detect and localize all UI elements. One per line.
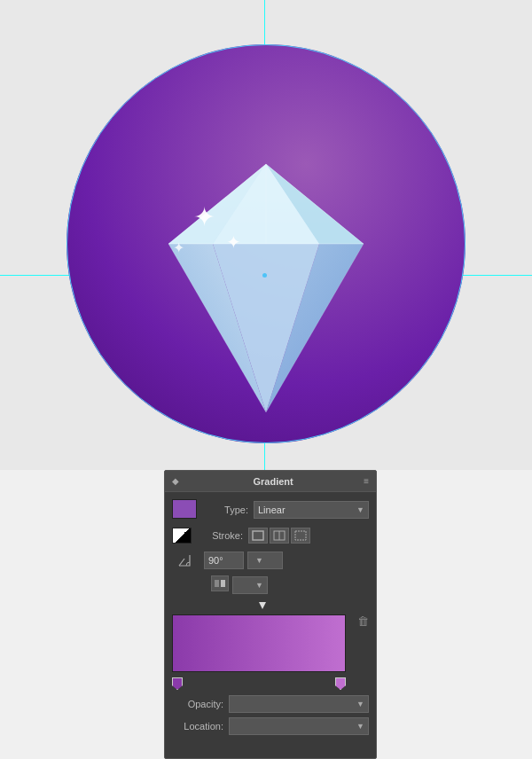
- stroke-swatch-area: [172, 528, 192, 544]
- canvas-area: ✦ ✦ ✦: [0, 0, 532, 470]
- opacity-row: Opacity: ▼: [172, 695, 369, 713]
- gradient-panel: ◆ Gradient ≡ Type: Linear ▼ Stroke:: [164, 470, 377, 759]
- panel-icons: [211, 575, 229, 591]
- type-label: Type:: [204, 505, 248, 515]
- gradient-preview-container: 🗑: [172, 614, 369, 672]
- panel-title: Gradient: [253, 476, 293, 487]
- svg-rect-13: [253, 531, 263, 540]
- angle-dropdown[interactable]: ▼: [247, 552, 283, 569]
- panel-menu-icon[interactable]: ≡: [364, 476, 369, 486]
- type-dropdown-value: Linear: [258, 505, 353, 515]
- opacity-label: Opacity:: [172, 699, 223, 709]
- stroke-label: Stroke:: [199, 530, 243, 541]
- angle-row: 90° ▼: [172, 551, 369, 570]
- reverse-icon-btn[interactable]: [211, 575, 229, 591]
- panel-header: ◆ Gradient ≡: [165, 471, 376, 492]
- angle-input[interactable]: 90°: [204, 552, 244, 569]
- stroke-buttons-group: [248, 528, 310, 544]
- stroke-button-1[interactable]: [248, 528, 268, 544]
- delete-btn[interactable]: 🗑: [357, 614, 369, 628]
- angle-icon: [177, 553, 192, 567]
- opacity-dropdown[interactable]: ▼: [229, 695, 369, 713]
- diamond-shape: ✦ ✦ ✦: [98, 146, 434, 430]
- stop-left[interactable]: [172, 677, 183, 690]
- midpoint-row: [172, 600, 369, 611]
- svg-text:✦: ✦: [193, 202, 215, 231]
- reverse-row: ▼: [172, 575, 369, 595]
- panel-collapse-icon[interactable]: ◆: [172, 476, 179, 486]
- svg-text:✦: ✦: [226, 232, 241, 252]
- type-row: Type: Linear ▼: [172, 499, 369, 520]
- svg-rect-16: [295, 531, 306, 540]
- center-point: [262, 273, 267, 278]
- location-row: Location: ▼: [172, 717, 369, 735]
- midpoint-handle[interactable]: [259, 602, 266, 609]
- type-dropdown[interactable]: Linear ▼: [254, 501, 369, 519]
- artboard-circle[interactable]: ✦ ✦ ✦: [66, 44, 466, 443]
- location-label: Location:: [172, 721, 223, 732]
- swatch-secondary[interactable]: [172, 528, 192, 544]
- svg-text:✦: ✦: [173, 240, 184, 255]
- opacity-dropdown-arrow: ▼: [356, 700, 364, 708]
- angle-dropdown-arrow: ▼: [255, 556, 263, 565]
- angle-value: 90°: [208, 555, 223, 566]
- stroke-button-2[interactable]: [270, 528, 289, 544]
- svg-rect-18: [221, 580, 225, 587]
- gradient-bar[interactable]: [172, 614, 346, 672]
- circle-background: ✦ ✦ ✦: [66, 44, 466, 443]
- swatch-foreground[interactable]: [172, 499, 197, 519]
- reverse-dropdown-arrow: ▼: [255, 581, 263, 590]
- stop-right[interactable]: [335, 677, 346, 690]
- type-dropdown-arrow: ▼: [356, 505, 364, 514]
- location-dropdown[interactable]: ▼: [229, 717, 369, 735]
- location-dropdown-arrow: ▼: [356, 722, 364, 731]
- panel-body: Type: Linear ▼ Stroke:: [165, 492, 376, 747]
- reverse-dropdown[interactable]: ▼: [232, 576, 268, 594]
- stroke-row: Stroke:: [172, 526, 369, 545]
- gradient-stops-row: [172, 676, 346, 690]
- svg-rect-17: [215, 580, 219, 587]
- color-swatch-area: [172, 499, 197, 520]
- stroke-button-3[interactable]: [291, 528, 310, 544]
